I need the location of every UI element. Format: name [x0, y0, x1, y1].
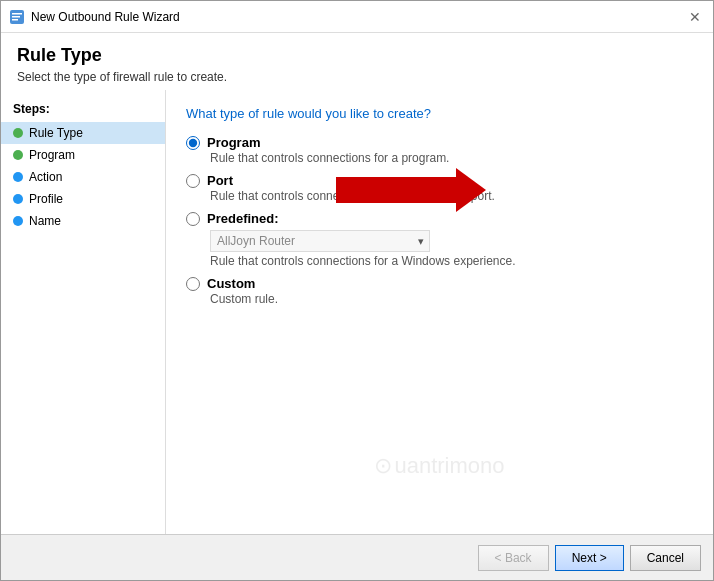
sidebar-item-rule-type[interactable]: Rule Type: [1, 122, 165, 144]
question-text: What type of rule would you like to crea…: [186, 106, 693, 121]
port-radio[interactable]: [186, 174, 200, 188]
custom-label[interactable]: Custom: [186, 276, 693, 291]
title-bar-left: New Outbound Rule Wizard: [9, 9, 180, 25]
page-header: Rule Type Select the type of firewall ru…: [1, 33, 713, 90]
port-label-text: Port: [207, 173, 233, 188]
program-label[interactable]: Program: [186, 135, 693, 150]
predefined-label[interactable]: Predefined:: [186, 211, 693, 226]
program-radio[interactable]: [186, 136, 200, 150]
option-predefined: Predefined: AllJoyn Router Rule that con…: [186, 211, 693, 268]
red-arrow-indicator: [336, 168, 486, 212]
cancel-button[interactable]: Cancel: [630, 545, 701, 571]
dot-icon: [13, 194, 23, 204]
watermark: ⊙ uantrimono: [374, 453, 504, 479]
option-custom: Custom Custom rule.: [186, 276, 693, 306]
predefined-label-text: Predefined:: [207, 211, 279, 226]
sidebar-item-name[interactable]: Name: [1, 210, 165, 232]
footer: < Back Next > Cancel: [1, 534, 713, 580]
option-program: Program Rule that controls connections f…: [186, 135, 693, 165]
custom-description: Custom rule.: [210, 292, 693, 306]
window-title: New Outbound Rule Wizard: [31, 10, 180, 24]
sidebar: Steps: Rule Type Program Action Profile …: [1, 90, 166, 534]
wizard-icon: [9, 9, 25, 25]
watermark-text: uantrimono: [394, 453, 504, 479]
dot-icon: [13, 172, 23, 182]
custom-radio[interactable]: [186, 277, 200, 291]
dot-icon: [13, 128, 23, 138]
content-area: Steps: Rule Type Program Action Profile …: [1, 90, 713, 534]
next-button[interactable]: Next >: [555, 545, 624, 571]
svg-rect-1: [12, 13, 22, 15]
sidebar-item-label: Action: [29, 170, 62, 184]
sidebar-item-program[interactable]: Program: [1, 144, 165, 166]
page-title: Rule Type: [17, 45, 697, 66]
dot-icon: [13, 150, 23, 160]
main-panel: What type of rule would you like to crea…: [166, 90, 713, 534]
page-subtitle: Select the type of firewall rule to crea…: [17, 70, 697, 84]
sidebar-item-label: Name: [29, 214, 61, 228]
predefined-radio[interactable]: [186, 212, 200, 226]
svg-rect-3: [12, 19, 18, 21]
program-description: Rule that controls connections for a pro…: [210, 151, 693, 165]
close-button[interactable]: ✕: [685, 7, 705, 27]
svg-rect-2: [12, 16, 20, 18]
predefined-section: AllJoyn Router: [210, 230, 693, 252]
sidebar-item-label: Rule Type: [29, 126, 83, 140]
predefined-description: Rule that controls connections for a Win…: [210, 254, 693, 268]
custom-label-text: Custom: [207, 276, 255, 291]
arrow-head: [456, 168, 486, 212]
program-label-text: Program: [207, 135, 260, 150]
back-button[interactable]: < Back: [478, 545, 549, 571]
wizard-window: New Outbound Rule Wizard ✕ Rule Type Sel…: [0, 0, 714, 581]
dot-icon: [13, 216, 23, 226]
sidebar-item-label: Program: [29, 148, 75, 162]
sidebar-item-label: Profile: [29, 192, 63, 206]
title-bar: New Outbound Rule Wizard ✕: [1, 1, 713, 33]
sidebar-item-profile[interactable]: Profile: [1, 188, 165, 210]
watermark-symbol: ⊙: [374, 453, 392, 479]
select-wrapper: AllJoyn Router: [210, 230, 430, 252]
predefined-dropdown[interactable]: AllJoyn Router: [210, 230, 430, 252]
sidebar-item-action[interactable]: Action: [1, 166, 165, 188]
arrow-body: [336, 177, 456, 203]
steps-label: Steps:: [1, 98, 165, 122]
